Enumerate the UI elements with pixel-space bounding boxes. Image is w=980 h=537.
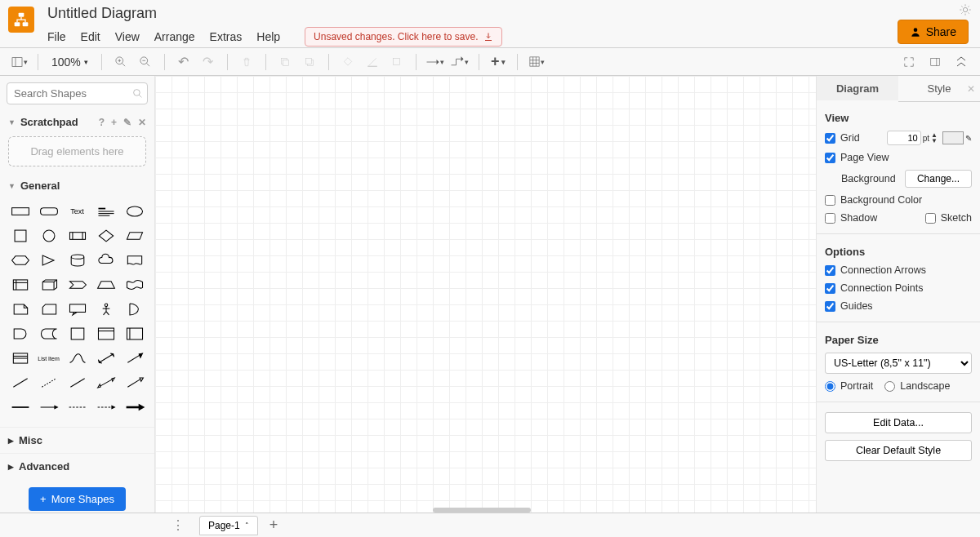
to-back-button[interactable] (299, 51, 320, 73)
sidebar-toggle-button[interactable]: ▾ (8, 51, 29, 73)
bgcolor-checkbox[interactable] (825, 195, 835, 206)
shape-diamond[interactable] (92, 224, 119, 247)
shape-list[interactable] (7, 347, 33, 370)
portrait-radio[interactable] (825, 381, 835, 392)
scratchpad-add-icon[interactable]: + (111, 117, 117, 128)
advanced-section-header[interactable]: ▸ Advanced (0, 453, 154, 479)
general-section-header[interactable]: ▼ General (0, 175, 154, 197)
grid-step-down[interactable]: ▼ (931, 138, 938, 144)
shape-container[interactable] (64, 322, 91, 345)
tab-style[interactable]: Style✕ (898, 76, 980, 102)
shape-document[interactable] (121, 249, 148, 272)
shape-line[interactable] (7, 371, 33, 394)
shape-tape[interactable] (121, 273, 148, 296)
shape-list-item[interactable]: List Item (35, 347, 62, 370)
grid-color-edit-icon[interactable]: ✎ (965, 134, 972, 143)
share-button[interactable]: Share (898, 20, 969, 44)
menu-edit[interactable]: Edit (81, 30, 100, 43)
menu-view[interactable]: View (115, 30, 140, 43)
menu-file[interactable]: File (47, 30, 66, 43)
redo-button[interactable]: ↷ (198, 51, 219, 73)
scratchpad-edit-icon[interactable]: ✎ (123, 117, 131, 128)
fill-color-button[interactable] (337, 51, 359, 73)
shape-circle[interactable] (35, 224, 62, 247)
shape-textbox[interactable] (92, 200, 119, 223)
shape-dashed-line[interactable] (35, 371, 62, 394)
line-color-button[interactable] (362, 51, 383, 73)
table-dropdown[interactable]: ▾ (526, 51, 547, 73)
collapse-button[interactable] (951, 51, 972, 73)
pageview-checkbox[interactable] (825, 153, 835, 163)
edit-data-button[interactable]: Edit Data... (825, 412, 972, 433)
shape-bidir-connector[interactable] (92, 371, 119, 394)
pages-menu-icon[interactable]: ⋮ (163, 517, 193, 533)
grid-color-swatch[interactable] (942, 131, 964, 144)
shape-cloud[interactable] (92, 249, 119, 272)
shape-triangle[interactable] (35, 249, 62, 272)
shape-step[interactable] (64, 273, 91, 296)
paper-size-select[interactable]: US-Letter (8,5" x 11") (825, 353, 972, 374)
grid-size-input[interactable] (887, 131, 921, 145)
zoom-in-button[interactable] (110, 51, 131, 73)
shape-rounded-rect[interactable] (35, 200, 62, 223)
clear-default-style-button[interactable]: Clear Default Style (825, 440, 972, 461)
shape-data-storage[interactable] (35, 322, 62, 345)
shape-container-h[interactable] (92, 322, 119, 345)
scratchpad-header[interactable]: ▼ Scratchpad ? + ✎ ✕ (0, 111, 154, 133)
scratchpad-help-icon[interactable]: ? (99, 117, 105, 128)
menu-extras[interactable]: Extras (210, 30, 243, 43)
menu-help[interactable]: Help (256, 30, 280, 43)
shape-trapezoid[interactable] (92, 273, 119, 296)
shape-process[interactable] (64, 224, 91, 247)
waypoint-dropdown[interactable]: ▾ (449, 51, 470, 73)
shape-or[interactable] (121, 298, 148, 321)
document-title[interactable]: Untitled Diagram (47, 5, 502, 22)
zoom-dropdown[interactable]: 100%▾ (47, 55, 93, 69)
shadow-button[interactable] (386, 51, 408, 73)
insert-dropdown[interactable]: +▾ (488, 51, 509, 73)
shape-link4[interactable] (92, 396, 119, 419)
shape-card[interactable] (35, 298, 62, 321)
shape-internal-storage[interactable] (7, 273, 33, 296)
zoom-out-button[interactable] (135, 51, 156, 73)
guides-checkbox[interactable] (825, 301, 835, 312)
shape-rectangle[interactable] (7, 200, 33, 223)
shape-link2[interactable] (35, 396, 62, 419)
landscape-radio[interactable] (884, 381, 895, 392)
shape-square[interactable] (7, 224, 33, 247)
shape-container-v[interactable] (121, 322, 148, 345)
shape-link5[interactable] (121, 396, 148, 419)
menu-arrange[interactable]: Arrange (154, 30, 195, 43)
shape-curve[interactable] (64, 347, 91, 370)
shape-parallelogram[interactable] (121, 224, 148, 247)
shape-hexagon[interactable] (7, 249, 33, 272)
shape-arrow[interactable] (121, 347, 148, 370)
conn-points-checkbox[interactable] (825, 283, 835, 294)
horizontal-scrollbar[interactable] (433, 508, 531, 513)
shape-text[interactable]: Text (64, 200, 91, 223)
fullscreen-button[interactable] (898, 51, 920, 73)
shape-link1[interactable] (7, 396, 33, 419)
unsaved-changes-badge[interactable]: Unsaved changes. Click here to save. (305, 27, 501, 47)
connection-dropdown[interactable]: ▾ (425, 51, 446, 73)
delete-button[interactable] (236, 51, 257, 73)
app-logo[interactable] (8, 7, 34, 33)
theme-toggle-icon[interactable] (959, 3, 972, 20)
grid-checkbox[interactable] (825, 133, 835, 144)
shape-link3[interactable] (64, 396, 91, 419)
chevron-up-icon[interactable]: ˄ (245, 521, 249, 530)
scratchpad-dropzone[interactable]: Drag elements here (8, 136, 146, 166)
format-panel-toggle[interactable] (924, 51, 946, 73)
search-input[interactable] (7, 82, 148, 104)
conn-arrows-checkbox[interactable] (825, 265, 835, 276)
shape-line2[interactable] (64, 371, 91, 394)
change-background-button[interactable]: Change... (905, 170, 972, 188)
sketch-checkbox[interactable] (925, 213, 936, 224)
shape-and[interactable] (7, 322, 33, 345)
shape-ellipse[interactable] (121, 200, 148, 223)
scratchpad-close-icon[interactable]: ✕ (138, 117, 146, 128)
page-tab-1[interactable]: Page-1 ˄ (199, 516, 258, 535)
more-shapes-button[interactable]: + More Shapes (29, 487, 126, 511)
canvas[interactable] (155, 76, 817, 513)
misc-section-header[interactable]: ▸ Misc (0, 427, 154, 453)
